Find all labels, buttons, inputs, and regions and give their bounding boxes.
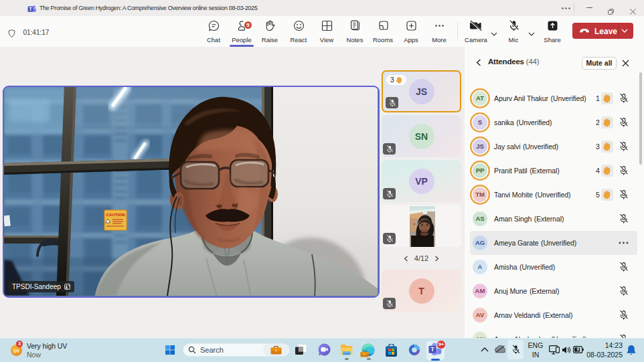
svg-text:T: T xyxy=(29,6,32,12)
svg-text:T: T xyxy=(430,346,434,353)
svg-text:CAUTION: CAUTION xyxy=(106,212,125,217)
